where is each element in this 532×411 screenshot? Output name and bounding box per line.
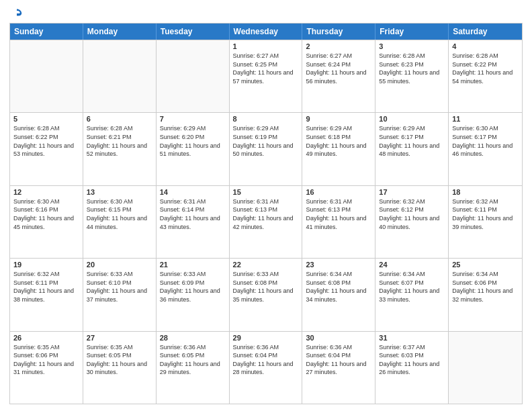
cal-day-4: 4Sunrise: 6:28 AM Sunset: 6:22 PM Daylig… (449, 40, 522, 112)
cal-day-18: 18Sunrise: 6:32 AM Sunset: 6:11 PM Dayli… (449, 186, 522, 258)
day-info: Sunrise: 6:32 AM Sunset: 6:11 PM Dayligh… (452, 197, 519, 231)
day-info: Sunrise: 6:36 AM Sunset: 6:04 PM Dayligh… (233, 343, 299, 377)
day-number: 21 (160, 261, 226, 269)
cal-day-15: 15Sunrise: 6:31 AM Sunset: 6:13 PM Dayli… (230, 186, 303, 258)
day-info: Sunrise: 6:34 AM Sunset: 6:06 PM Dayligh… (452, 270, 519, 304)
cal-day-23: 23Sunrise: 6:34 AM Sunset: 6:08 PM Dayli… (302, 259, 375, 330)
logo-text (9, 7, 24, 19)
day-info: Sunrise: 6:32 AM Sunset: 6:11 PM Dayligh… (13, 270, 79, 304)
cal-day-27: 27Sunrise: 6:35 AM Sunset: 6:05 PM Dayli… (83, 332, 157, 404)
day-info: Sunrise: 6:29 AM Sunset: 6:20 PM Dayligh… (160, 124, 226, 158)
cal-day-10: 10Sunrise: 6:29 AM Sunset: 6:17 PM Dayli… (375, 113, 449, 185)
cal-day-3: 3Sunrise: 6:28 AM Sunset: 6:23 PM Daylig… (375, 40, 449, 112)
cal-day-empty (449, 332, 522, 404)
day-number: 1 (233, 42, 299, 50)
day-number: 19 (13, 261, 79, 269)
cal-day-31: 31Sunrise: 6:37 AM Sunset: 6:03 PM Dayli… (375, 332, 449, 404)
day-info: Sunrise: 6:33 AM Sunset: 6:08 PM Dayligh… (233, 270, 299, 304)
day-number: 9 (306, 115, 371, 123)
day-number: 16 (306, 188, 371, 196)
day-info: Sunrise: 6:35 AM Sunset: 6:06 PM Dayligh… (13, 343, 79, 377)
day-info: Sunrise: 6:29 AM Sunset: 6:17 PM Dayligh… (379, 124, 445, 158)
cal-day-empty (157, 40, 230, 112)
day-info: Sunrise: 6:32 AM Sunset: 6:12 PM Dayligh… (379, 197, 445, 231)
calendar: SundayMondayTuesdayWednesdayThursdayFrid… (9, 23, 523, 404)
day-info: Sunrise: 6:30 AM Sunset: 6:15 PM Dayligh… (87, 197, 152, 231)
header (9, 7, 523, 19)
day-info: Sunrise: 6:28 AM Sunset: 6:23 PM Dayligh… (379, 52, 445, 85)
day-number: 17 (379, 188, 445, 196)
day-number: 11 (452, 115, 519, 123)
day-info: Sunrise: 6:31 AM Sunset: 6:13 PM Dayligh… (306, 197, 371, 231)
day-number: 4 (452, 42, 519, 50)
cal-week-5: 26Sunrise: 6:35 AM Sunset: 6:06 PM Dayli… (10, 331, 522, 404)
day-number: 10 (379, 115, 445, 123)
day-number: 18 (452, 188, 519, 196)
cal-header-monday: Monday (83, 24, 157, 40)
cal-day-25: 25Sunrise: 6:34 AM Sunset: 6:06 PM Dayli… (449, 259, 522, 330)
cal-day-16: 16Sunrise: 6:31 AM Sunset: 6:13 PM Dayli… (302, 186, 375, 258)
day-number: 8 (233, 115, 299, 123)
cal-day-13: 13Sunrise: 6:30 AM Sunset: 6:15 PM Dayli… (83, 186, 157, 258)
day-info: Sunrise: 6:30 AM Sunset: 6:17 PM Dayligh… (452, 124, 519, 158)
cal-day-14: 14Sunrise: 6:31 AM Sunset: 6:14 PM Dayli… (157, 186, 230, 258)
day-info: Sunrise: 6:35 AM Sunset: 6:05 PM Dayligh… (87, 343, 152, 377)
day-info: Sunrise: 6:27 AM Sunset: 6:24 PM Dayligh… (306, 52, 371, 85)
day-number: 13 (87, 188, 152, 196)
day-number: 12 (13, 188, 79, 196)
day-number: 24 (379, 261, 445, 269)
cal-day-9: 9Sunrise: 6:29 AM Sunset: 6:18 PM Daylig… (302, 113, 375, 185)
day-number: 25 (452, 261, 519, 269)
day-number: 6 (87, 115, 152, 123)
cal-day-28: 28Sunrise: 6:36 AM Sunset: 6:05 PM Dayli… (157, 332, 230, 404)
cal-day-12: 12Sunrise: 6:30 AM Sunset: 6:16 PM Dayli… (10, 186, 83, 258)
cal-header-saturday: Saturday (449, 24, 522, 40)
day-number: 2 (306, 42, 371, 50)
day-number: 7 (160, 115, 226, 123)
day-number: 15 (233, 188, 299, 196)
day-number: 30 (306, 334, 371, 342)
cal-day-21: 21Sunrise: 6:33 AM Sunset: 6:09 PM Dayli… (157, 259, 230, 330)
cal-day-2: 2Sunrise: 6:27 AM Sunset: 6:24 PM Daylig… (302, 40, 375, 112)
cal-header-wednesday: Wednesday (230, 24, 303, 40)
calendar-header-row: SundayMondayTuesdayWednesdayThursdayFrid… (10, 24, 522, 40)
day-number: 5 (13, 115, 79, 123)
cal-day-19: 19Sunrise: 6:32 AM Sunset: 6:11 PM Dayli… (10, 259, 83, 330)
day-number: 3 (379, 42, 445, 50)
day-info: Sunrise: 6:37 AM Sunset: 6:03 PM Dayligh… (379, 343, 445, 377)
cal-week-3: 12Sunrise: 6:30 AM Sunset: 6:16 PM Dayli… (10, 185, 522, 258)
cal-day-empty (10, 40, 83, 112)
day-info: Sunrise: 6:29 AM Sunset: 6:18 PM Dayligh… (306, 124, 371, 158)
cal-header-friday: Friday (375, 24, 449, 40)
cal-day-8: 8Sunrise: 6:29 AM Sunset: 6:19 PM Daylig… (230, 113, 303, 185)
cal-day-empty (83, 40, 157, 112)
cal-day-6: 6Sunrise: 6:28 AM Sunset: 6:21 PM Daylig… (83, 113, 157, 185)
day-number: 22 (233, 261, 299, 269)
cal-day-20: 20Sunrise: 6:33 AM Sunset: 6:10 PM Dayli… (83, 259, 157, 330)
day-info: Sunrise: 6:28 AM Sunset: 6:22 PM Dayligh… (13, 124, 79, 158)
logo (9, 7, 24, 19)
day-number: 23 (306, 261, 371, 269)
cal-week-4: 19Sunrise: 6:32 AM Sunset: 6:11 PM Dayli… (10, 258, 522, 330)
day-number: 31 (379, 334, 445, 342)
day-number: 29 (233, 334, 299, 342)
cal-day-29: 29Sunrise: 6:36 AM Sunset: 6:04 PM Dayli… (230, 332, 303, 404)
cal-day-5: 5Sunrise: 6:28 AM Sunset: 6:22 PM Daylig… (10, 113, 83, 185)
day-info: Sunrise: 6:36 AM Sunset: 6:04 PM Dayligh… (306, 343, 371, 377)
day-info: Sunrise: 6:31 AM Sunset: 6:14 PM Dayligh… (160, 197, 226, 231)
cal-day-26: 26Sunrise: 6:35 AM Sunset: 6:06 PM Dayli… (10, 332, 83, 404)
day-info: Sunrise: 6:34 AM Sunset: 6:08 PM Dayligh… (306, 270, 371, 304)
cal-day-22: 22Sunrise: 6:33 AM Sunset: 6:08 PM Dayli… (230, 259, 303, 330)
cal-day-7: 7Sunrise: 6:29 AM Sunset: 6:20 PM Daylig… (157, 113, 230, 185)
day-info: Sunrise: 6:27 AM Sunset: 6:25 PM Dayligh… (233, 52, 299, 85)
day-number: 20 (87, 261, 152, 269)
cal-day-1: 1Sunrise: 6:27 AM Sunset: 6:25 PM Daylig… (230, 40, 303, 112)
day-number: 14 (160, 188, 226, 196)
day-number: 28 (160, 334, 226, 342)
day-info: Sunrise: 6:33 AM Sunset: 6:10 PM Dayligh… (87, 270, 152, 304)
cal-week-1: 1Sunrise: 6:27 AM Sunset: 6:25 PM Daylig… (10, 40, 522, 112)
logo-bird-icon (11, 7, 23, 19)
day-number: 26 (13, 334, 79, 342)
day-info: Sunrise: 6:34 AM Sunset: 6:07 PM Dayligh… (379, 270, 445, 304)
day-number: 27 (87, 334, 152, 342)
